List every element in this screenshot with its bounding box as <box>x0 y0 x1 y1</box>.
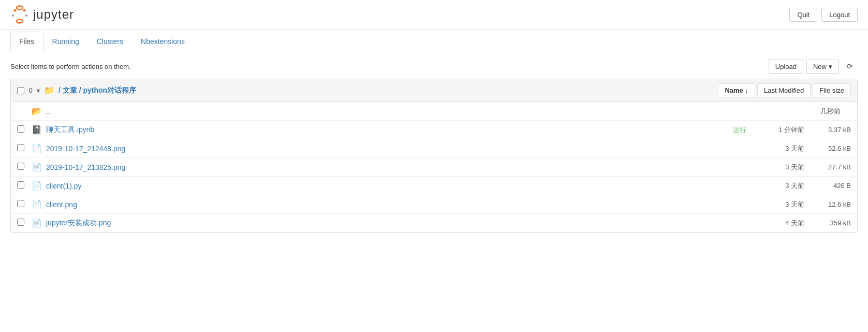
svg-point-2 <box>14 9 17 12</box>
file-size-0: 3.37 kB <box>815 126 851 134</box>
svg-point-5 <box>25 15 27 17</box>
new-dropdown-arrow-icon: ▾ <box>829 63 832 70</box>
quit-button[interactable]: Quit <box>789 8 817 22</box>
file-name-0[interactable]: 聊天工具.ipynb <box>46 125 733 135</box>
file-checkbox-0[interactable] <box>17 125 27 134</box>
parent-directory-row: 📂 .. 几秒前 <box>11 102 857 121</box>
table-row: 📄 jupyter安装成功.png 4 天前 359 kB <box>11 214 857 232</box>
file-name-5[interactable]: jupyter安装成功.png <box>46 219 753 228</box>
breadcrumb-part1[interactable]: 文章 <box>63 86 77 94</box>
file-modified-3: 3 天前 <box>753 181 804 191</box>
logo-text: jupyter <box>33 7 74 22</box>
file-checkbox-1[interactable] <box>17 144 27 153</box>
table-row: 📄 2019-10-17_212448.png 3 天前 52.6 kB <box>11 139 857 158</box>
table-row: 📄 client(1).py 3 天前 426 B <box>11 177 857 195</box>
selected-count: 0 <box>26 86 35 94</box>
file-size-3: 426 B <box>815 182 851 190</box>
table-row: 📄 2019-10-17_213825.png 3 天前 27.7 kB <box>11 158 857 177</box>
file-icon-4: 📄 <box>32 199 42 209</box>
file-name-3[interactable]: client(1).py <box>46 182 753 190</box>
parent-modified: 几秒前 <box>50 107 851 116</box>
svg-point-4 <box>12 15 14 17</box>
file-icon-5: 📄 <box>32 218 42 228</box>
file-table: 0 ▾ 📁 / 文章 / python对话程序 Name ↓ Last Modi… <box>10 79 858 233</box>
file-icon-1: 📄 <box>32 143 42 153</box>
column-headers: Name ↓ Last Modified File size <box>716 83 851 97</box>
file-modified-2: 3 天前 <box>753 163 804 172</box>
file-size-2: 27.7 kB <box>815 163 851 171</box>
logout-button[interactable]: Logout <box>821 8 858 22</box>
svg-point-3 <box>23 9 26 12</box>
svg-point-0 <box>17 6 23 10</box>
file-name-1[interactable]: 2019-10-17_212448.png <box>46 145 753 153</box>
path-left: 0 ▾ 📁 / 文章 / python对话程序 <box>17 85 716 95</box>
file-checkbox-2[interactable] <box>17 163 27 171</box>
running-badge-0: 运行 <box>733 125 746 135</box>
select-all-area: 0 ▾ <box>17 86 40 94</box>
parent-link[interactable]: .. <box>46 107 50 116</box>
svg-point-1 <box>17 20 23 23</box>
logo: jupyter <box>10 5 74 24</box>
header-buttons: Quit Logout <box>789 8 858 22</box>
file-checkbox-5[interactable] <box>17 219 27 227</box>
file-select-checkbox-4[interactable] <box>17 200 24 207</box>
tab-files[interactable]: Files <box>10 32 43 51</box>
file-size-5: 359 kB <box>815 219 851 227</box>
jupyter-logo-icon <box>10 5 29 24</box>
tab-running[interactable]: Running <box>43 32 88 51</box>
file-select-checkbox-5[interactable] <box>17 219 24 226</box>
file-modified-4: 3 天前 <box>753 200 804 209</box>
file-icon-2: 📄 <box>32 162 42 172</box>
parent-folder-icon: 📂 <box>32 106 42 116</box>
new-button[interactable]: New ▾ <box>806 60 839 74</box>
tab-clusters[interactable]: Clusters <box>88 32 132 51</box>
file-name-4[interactable]: client.png <box>46 200 753 209</box>
table-row: 📄 client.png 3 天前 12.6 kB <box>11 195 857 214</box>
table-row: 📓 聊天工具.ipynb 运行 1 分钟前 3.37 kB <box>11 121 857 139</box>
breadcrumb-sep1: / <box>58 86 61 94</box>
upload-button[interactable]: Upload <box>769 60 803 74</box>
name-column-header[interactable]: Name ↓ <box>718 83 755 97</box>
file-checkbox-4[interactable] <box>17 200 27 209</box>
select-dropdown-icon[interactable]: ▾ <box>37 87 40 94</box>
file-icon-3: 📄 <box>32 181 42 191</box>
toolbar-right: Upload New ▾ ⟳ <box>769 59 858 74</box>
folder-icon: 📁 <box>44 85 54 95</box>
notebook-icon: 📓 <box>32 125 42 135</box>
file-select-checkbox-1[interactable] <box>17 144 24 151</box>
file-select-checkbox-2[interactable] <box>17 163 24 170</box>
file-size-4: 12.6 kB <box>815 200 851 208</box>
tab-nbextensions[interactable]: Nbextensions <box>132 32 194 51</box>
file-select-checkbox-0[interactable] <box>17 125 24 133</box>
file-name-2[interactable]: 2019-10-17_213825.png <box>46 163 753 171</box>
header: jupyter Quit Logout <box>0 0 868 30</box>
file-modified-1: 3 天前 <box>753 144 804 153</box>
last-modified-column-header[interactable]: Last Modified <box>757 83 811 97</box>
file-modified-5: 4 天前 <box>753 219 804 228</box>
file-select-checkbox-3[interactable] <box>17 181 24 189</box>
file-modified-0: 1 分钟前 <box>753 125 804 135</box>
path-row: 0 ▾ 📁 / 文章 / python对话程序 Name ↓ Last Modi… <box>11 79 857 102</box>
tabs-bar: Files Running Clusters Nbextensions <box>0 32 868 51</box>
file-size-1: 52.6 kB <box>815 145 851 152</box>
toolbar-row: Select items to perform actions on them.… <box>10 59 858 74</box>
breadcrumb: / 文章 / python对话程序 <box>58 86 136 95</box>
breadcrumb-part2[interactable]: python对话程序 <box>83 86 136 94</box>
refresh-button[interactable]: ⟳ <box>842 59 858 74</box>
content-area: Select items to perform actions on them.… <box>0 51 868 240</box>
file-checkbox-3[interactable] <box>17 181 27 190</box>
select-all-checkbox[interactable] <box>17 87 24 94</box>
select-info-text: Select items to perform actions on them. <box>10 63 131 70</box>
file-size-column-header[interactable]: File size <box>813 83 851 97</box>
